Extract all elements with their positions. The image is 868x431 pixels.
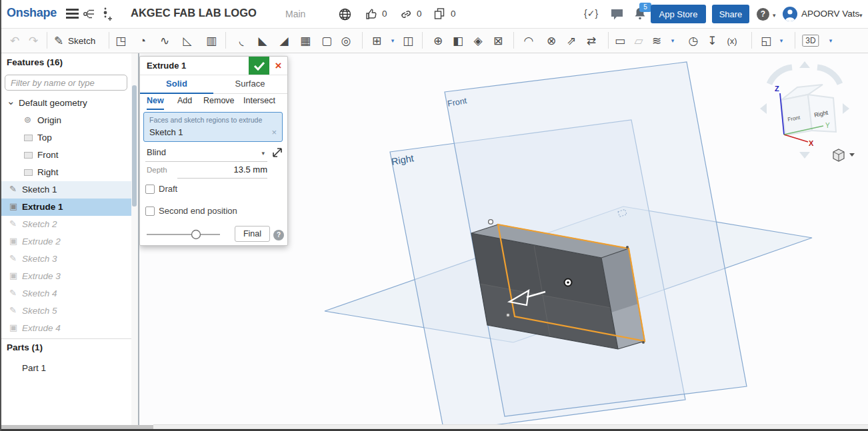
feature-row-extrude-1[interactable]: ▣Extrude 1 [0,199,131,216]
feature-row-extrude-3[interactable]: ▣Extrude 3 [0,268,131,285]
feature-row-sketch-4[interactable]: ✎Sketch 4 [0,285,131,302]
offset-surface-icon[interactable]: ▭ [615,35,625,46]
boolean-icon[interactable]: ⊕ [433,35,443,46]
help-caret-icon[interactable]: ▾ [773,12,776,19]
split-icon[interactable]: ◧ [453,35,463,46]
sidebar-scrollbar[interactable] [131,53,139,426]
view-options-caret-icon[interactable] [849,153,855,157]
versions-history-icon[interactable] [83,7,96,21]
vertex-dot[interactable] [489,220,493,224]
mode-new[interactable]: New [147,93,164,110]
sketch-button-label[interactable]: Sketch [68,35,95,45]
part-row-part-1[interactable]: Part 1 [0,360,131,377]
mode-remove[interactable]: Remove [203,93,235,109]
second-end-checkbox[interactable] [145,207,155,216]
transform-icon[interactable]: ◈ [473,35,482,46]
filter-input[interactable] [5,75,127,91]
link-icon[interactable] [400,9,413,19]
feature-row-default-geometry[interactable]: ⌄Default geometry [0,95,131,112]
move-face-icon[interactable]: ⇗ [567,35,576,46]
feature-row-top[interactable]: Top [0,129,131,147]
feature-row-sketch-2[interactable]: ✎Sketch 2 [0,216,131,233]
user-name[interactable]: APOORV Vats [801,9,859,19]
tab-solid[interactable]: Solid [140,75,213,94]
mode-intersect[interactable]: Intersect [243,93,275,109]
thicken-icon[interactable]: ▥ [206,35,217,46]
replace-face-icon[interactable]: ⇄ [587,35,596,46]
sidebar-scrollbar-thumb[interactable] [132,85,137,207]
rotate-left-arrow[interactable] [760,103,767,114]
like-icon[interactable] [365,7,379,21]
rib-icon[interactable]: ▦ [300,35,311,46]
revolve-icon[interactable]: ◔ [139,35,146,46]
rotate-down-arrow[interactable] [799,152,810,159]
draft-checkbox[interactable] [145,185,155,194]
feature-row-sketch-1[interactable]: ✎Sketch 1 [0,181,131,199]
mirror-icon[interactable]: ◫ [403,35,413,46]
flip-direction-icon[interactable] [271,146,284,159]
user-menu-caret-icon[interactable]: ▾ [859,12,863,19]
linear-pattern-icon[interactable]: ⊞ [372,35,381,46]
depth-input[interactable]: 13.5 mm [177,162,267,179]
roll-cw-arrow[interactable] [817,67,840,84]
import-icon[interactable]: ↧ [707,35,717,46]
public-globe-icon[interactable] [339,8,351,21]
vertex-dot[interactable] [626,246,629,248]
rotate-right-arrow[interactable] [843,103,849,114]
shell-icon[interactable]: ▢ [321,35,332,46]
linear-pattern-caret-icon[interactable]: ▾ [391,37,395,44]
draft-icon[interactable]: ◢ [279,35,288,46]
feature-row-origin[interactable]: ⊚Origin [0,112,131,129]
main-menu-icon[interactable] [66,9,79,21]
chevron-down-icon[interactable]: ⌄ [7,95,15,107]
variable-icon[interactable]: (x) [727,36,737,45]
section-view-icon[interactable]: ◱ [761,35,771,46]
feature-row-sketch-5[interactable]: ✎Sketch 5 [0,302,131,320]
dialog-help-icon[interactable]: ? [273,230,284,240]
rotate-up-arrow[interactable] [799,61,810,68]
faces-selection-field[interactable]: Faces and sketch regions to extrude Sket… [143,112,283,142]
vertex-dot[interactable] [642,341,645,344]
delete-part-icon[interactable]: ⊠ [493,35,503,46]
helix-caret-icon[interactable]: ▾ [671,37,675,44]
view-cube[interactable]: Front Right Z X Y [760,61,849,159]
roll-ccw-arrow[interactable] [769,67,792,84]
insert-follow-icon[interactable] [101,7,115,21]
feature-row-front[interactable]: Front [0,147,131,164]
mode-add[interactable]: Add [177,93,192,109]
named-views-button[interactable]: 3D [802,35,819,47]
confirm-button[interactable] [249,57,269,75]
share-button[interactable]: Share [712,5,749,23]
feature-row-extrude-4[interactable]: ▣Extrude 4 [0,320,131,337]
vertex-dot[interactable] [506,313,509,316]
app-store-button[interactable]: App Store [651,5,706,23]
onshape-logo[interactable]: Onshape [7,6,57,20]
fillet-icon[interactable]: ◟ [239,35,244,46]
delete-face-icon[interactable]: ⊗ [547,35,556,46]
sweep-icon[interactable]: ∿ [160,35,169,46]
modify-fillet-icon[interactable]: ◠ [524,35,534,46]
named-views-button-caret-icon[interactable]: ▾ [829,37,833,44]
help-button[interactable]: ? [757,8,769,21]
loft-icon[interactable]: ◺ [183,35,191,46]
end-type-dropdown[interactable]: Blind ▾ [145,145,267,162]
sketch-button[interactable]: ✎ [54,35,63,46]
section-view-caret-icon[interactable]: ▾ [780,37,783,44]
comment-icon[interactable] [611,9,624,21]
avatar[interactable] [783,7,797,21]
helix-icon[interactable]: ≋ [652,35,661,46]
final-button[interactable]: Final [235,226,270,242]
feature-row-extrude-2[interactable]: ▣Extrude 2 [0,233,131,250]
extrude-icon[interactable]: ◳ [115,35,126,46]
view-options-button[interactable] [833,149,855,161]
slider-handle[interactable] [192,230,201,239]
feature-script-icon[interactable]: {✓} [584,8,598,19]
workspace-name[interactable]: Main [285,9,305,19]
clear-selection-icon[interactable]: × [271,127,277,137]
feature-row-right[interactable]: Right [0,164,131,181]
feature-row-sketch-3[interactable]: ✎Sketch 3 [0,250,131,268]
cancel-button[interactable]: × [269,57,287,75]
copies-icon[interactable] [433,7,447,21]
measure-icon[interactable]: ◷ [689,35,699,46]
hole-icon[interactable]: ◎ [341,35,351,46]
